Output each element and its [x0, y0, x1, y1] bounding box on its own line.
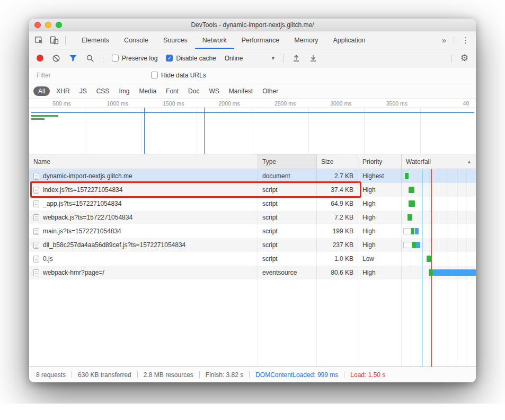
chevron-down-icon: ▾ — [272, 55, 274, 61]
tab-performance[interactable]: Performance — [234, 31, 287, 49]
column-header-name[interactable]: Name — [29, 154, 258, 169]
request-row[interactable]: index.js?ts=1572271054834script37.4 KBHi… — [29, 183, 476, 197]
type-filter-other[interactable]: Other — [258, 86, 283, 96]
import-har-icon[interactable] — [292, 54, 300, 63]
request-row[interactable]: _app.js?ts=1572271054834script64.9 KBHig… — [29, 197, 476, 211]
fullscreen-button[interactable] — [56, 22, 62, 28]
request-name-cell[interactable]: 0.js — [29, 252, 258, 266]
column-header-waterfall[interactable]: Waterfall ▲ — [401, 154, 476, 169]
type-filter-media[interactable]: Media — [134, 86, 161, 96]
waterfall-gridline — [466, 169, 467, 366]
tab-elements[interactable]: Elements — [74, 31, 117, 49]
type-filter-xhr[interactable]: XHR — [51, 86, 74, 96]
request-name-cell[interactable]: main.js?ts=1572271054834 — [29, 224, 258, 238]
type-filter-bar: AllXHRJSCSSImgMediaFontDocWSManifestOthe… — [29, 83, 476, 99]
hide-data-urls-checkbox[interactable]: ✓ — [151, 72, 158, 78]
timeline-tick: 1500 ms — [163, 100, 184, 107]
throttling-dropdown[interactable]: Online ▾ — [225, 55, 274, 62]
column-header-priority[interactable]: Priority — [358, 154, 401, 169]
type-filter-manifest[interactable]: Manifest — [224, 86, 258, 96]
request-type-cell: script — [258, 238, 316, 252]
device-toolbar-icon[interactable] — [50, 36, 59, 45]
request-name-cell[interactable]: index.js?ts=1572271054834 — [29, 183, 258, 197]
timeline-band[interactable] — [29, 108, 476, 154]
column-header-type[interactable]: Type — [258, 154, 316, 169]
export-har-icon[interactable] — [309, 54, 317, 63]
type-filter-ws[interactable]: WS — [204, 86, 224, 96]
waterfall-bar-green — [412, 242, 416, 248]
sort-asc-icon[interactable]: ▲ — [467, 159, 472, 164]
traffic-lights — [34, 22, 62, 28]
minimize-button[interactable] — [45, 22, 51, 28]
filter-input[interactable] — [37, 72, 137, 79]
status-item: 8 requests — [36, 371, 66, 379]
request-name-cell[interactable]: webpack-hmr?page=/ — [29, 266, 258, 279]
timeline-tick: 3000 ms — [330, 100, 351, 107]
request-row[interactable]: webpack-hmr?page=/eventsource80.6 KBHigh — [29, 266, 476, 279]
request-row[interactable]: 0.jsscript1.0 KBLow — [29, 252, 476, 266]
overview-load-line — [204, 108, 205, 154]
type-filter-js[interactable]: JS — [75, 86, 92, 96]
tabbar-left-icons — [29, 31, 71, 49]
waterfall-gridline — [448, 169, 448, 366]
type-filter-all[interactable]: All — [33, 86, 50, 96]
request-name-cell[interactable]: dll_b58c257da4aa56d89cef.js?ts=157227105… — [29, 238, 258, 252]
search-icon[interactable] — [86, 54, 94, 63]
request-name: 0.js — [43, 255, 53, 262]
request-row[interactable]: webpack.js?ts=1572271054834script7.2 KBH… — [29, 211, 476, 224]
type-filter-img[interactable]: Img — [114, 86, 134, 96]
column-header-size[interactable]: Size — [316, 154, 358, 169]
waterfall-bar-green — [429, 269, 433, 276]
request-type: script — [262, 228, 278, 235]
inspect-element-icon[interactable] — [34, 36, 43, 45]
close-button[interactable] — [34, 22, 41, 28]
status-item: 630 KB transferred — [78, 371, 131, 379]
type-filter-font[interactable]: Font — [161, 86, 183, 96]
request-type: document — [262, 172, 290, 180]
disable-cache-group[interactable]: ✓ Disable cache — [166, 55, 216, 62]
request-name-cell[interactable]: dynamic-import-nextjs.glitch.me — [29, 169, 258, 183]
timeline-gridline — [364, 108, 365, 154]
main-menu-icon[interactable]: ⋮ — [462, 36, 469, 45]
tab-console[interactable]: Console — [117, 31, 156, 49]
preserve-log-checkbox[interactable]: ✓ — [112, 55, 119, 62]
request-type: script — [262, 186, 278, 194]
waterfall-bar-green — [409, 187, 414, 193]
waterfall-gridline — [457, 169, 458, 366]
waterfall-bar-green — [409, 200, 415, 207]
request-name-cell[interactable]: _app.js?ts=1572271054834 — [29, 197, 258, 211]
request-type: script — [262, 214, 278, 221]
tab-application[interactable]: Application — [325, 31, 373, 49]
timeline-gridline — [253, 108, 253, 154]
settings-gear-icon[interactable]: ⚙ — [460, 54, 468, 63]
tab-sources[interactable]: Sources — [156, 31, 195, 49]
type-filter-doc[interactable]: Doc — [183, 86, 204, 96]
table-header: Name Type Size Priority Waterfall ▲ — [29, 154, 476, 169]
divider — [451, 54, 452, 63]
clear-icon[interactable] — [52, 54, 60, 63]
more-tabs-icon[interactable]: » — [442, 36, 446, 45]
timeline-overview[interactable]: 500 ms1000 ms1500 ms2000 ms2500 ms3000 m… — [29, 99, 476, 154]
waterfall-bar-green — [427, 256, 431, 262]
disable-cache-checkbox[interactable]: ✓ — [166, 55, 173, 62]
request-row[interactable]: dynamic-import-nextjs.glitch.medocument2… — [29, 169, 476, 183]
column-label: Priority — [362, 158, 382, 165]
record-button[interactable] — [37, 55, 43, 62]
request-row[interactable]: dll_b58c257da4aa56d89cef.js?ts=157227105… — [29, 238, 476, 252]
request-name-cell[interactable]: webpack.js?ts=1572271054834 — [29, 211, 258, 224]
tab-memory[interactable]: Memory — [287, 31, 325, 49]
request-size-cell: 2.7 KB — [316, 169, 358, 183]
request-size-cell: 80.6 KB — [316, 266, 358, 279]
tab-network[interactable]: Network — [195, 31, 234, 49]
file-icon — [33, 269, 39, 276]
preserve-log-group[interactable]: ✓ Preserve log — [112, 55, 157, 62]
filter-funnel-icon[interactable] — [69, 54, 77, 62]
request-row[interactable]: main.js?ts=1572271054834script199 KBHigh — [29, 224, 476, 238]
tab-strip: ElementsConsoleSourcesNetworkPerformance… — [74, 31, 373, 49]
divider — [72, 371, 72, 378]
type-filter-css[interactable]: CSS — [92, 86, 114, 96]
hide-data-urls-group[interactable]: ✓ Hide data URLs — [151, 72, 206, 79]
request-type: script — [262, 241, 278, 249]
column-label: Name — [33, 158, 50, 165]
waterfall-gridline — [420, 169, 420, 366]
